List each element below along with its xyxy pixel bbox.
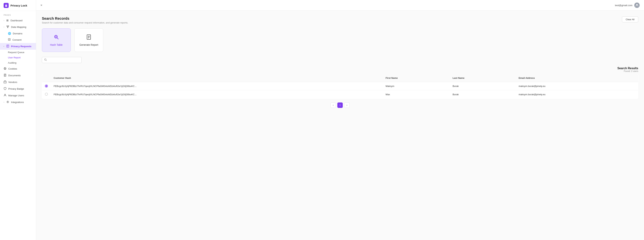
- hash-table-card[interactable]: Hash Table: [42, 28, 71, 52]
- search-icon: [44, 58, 47, 62]
- sidebar-item-manage-users[interactable]: Manage Users: [0, 92, 36, 99]
- app-logo: [4, 3, 9, 8]
- page-header: Search Records Search for customer data …: [42, 17, 638, 24]
- privacy-badge-icon: [4, 87, 6, 91]
- chevron-right-icon: ›: [4, 26, 4, 28]
- row-lastname-0: Burak: [450, 82, 516, 90]
- sidebar-item-consent[interactable]: Consent: [0, 37, 36, 43]
- table-header-select: [42, 74, 51, 82]
- manage-users-icon: [4, 94, 6, 97]
- content-area: Search Records Search for customer data …: [36, 11, 644, 240]
- sidebar-sub-item-request-queue[interactable]: Request Queue: [0, 50, 36, 55]
- sidebar-item-vendors[interactable]: Vendors: [0, 79, 36, 86]
- close-button[interactable]: ×: [40, 4, 42, 7]
- table-header-lastname: Last Name: [450, 74, 516, 82]
- sidebar-item-domains[interactable]: 🌐 Domains: [0, 30, 36, 37]
- user-avatar: [634, 3, 640, 8]
- sidebar-label-cookies: Cookies: [8, 67, 17, 70]
- svg-point-16: [5, 69, 6, 69]
- search-card-icon: [54, 34, 59, 41]
- data-mapping-icon: [6, 25, 9, 29]
- documents-icon: [4, 74, 6, 77]
- radio-button-0[interactable]: [45, 85, 48, 88]
- svg-point-1: [7, 26, 8, 26]
- topbar: × test@gmail.com: [36, 0, 644, 11]
- results-table: Customer Hash First Name Last Name Email…: [42, 74, 638, 99]
- integrations-icon: [6, 101, 9, 104]
- page-title: Search Records: [42, 17, 128, 21]
- search-input-wrapper: [42, 57, 82, 63]
- user-email: test@gmail.com: [615, 4, 632, 7]
- svg-point-28: [55, 36, 57, 37]
- sidebar-sub-item-auditing[interactable]: Auditing: [0, 60, 36, 65]
- sidebar-label-integrations: Integrations: [11, 101, 24, 104]
- generate-report-card[interactable]: Generate Report: [74, 28, 103, 52]
- svg-point-2: [8, 26, 9, 26]
- report-card-icon: [86, 34, 92, 41]
- radio-button-1[interactable]: [45, 93, 48, 96]
- sidebar-label-documents: Documents: [8, 74, 20, 77]
- row-firstname-1: Max: [383, 90, 450, 99]
- results-count: Found: 2 users: [617, 70, 638, 73]
- svg-point-15: [4, 68, 5, 68]
- results-title: Search Results: [617, 67, 638, 70]
- row-firstname-0: Maksym: [383, 82, 450, 90]
- sidebar: Privacy Lock Pages › ⊞ Dashboard › Data …: [0, 0, 36, 240]
- sidebar-label-consent: Consent: [12, 39, 22, 41]
- search-bar-row: [42, 57, 638, 63]
- sidebar-sub-item-user-report[interactable]: User Report: [0, 55, 36, 60]
- cookies-icon: [4, 67, 6, 71]
- generate-report-label: Generate Report: [80, 43, 98, 46]
- svg-point-25: [8, 102, 8, 102]
- sidebar-item-data-mapping[interactable]: › Data Mapping: [0, 24, 36, 30]
- svg-point-3: [8, 27, 8, 28]
- table-row[interactable]: FEBcgc9LKjAjP6DBlz/7hrRU7qeojIXLNCPfaGM3…: [42, 90, 638, 99]
- row-lastname-1: Burak: [450, 90, 516, 99]
- consent-icon: [8, 38, 11, 41]
- results-header: Search Results Found: 2 users: [42, 67, 638, 73]
- sidebar-label-data-mapping: Data Mapping: [11, 26, 26, 28]
- svg-line-35: [46, 60, 47, 61]
- svg-line-9: [9, 39, 10, 40]
- row-email-0: maksym.burak@pinely.eu: [516, 82, 638, 90]
- grid-icon: ⊞: [6, 19, 9, 22]
- sidebar-label-privacy-badge: Privacy Badge: [8, 88, 24, 90]
- svg-rect-0: [5, 5, 7, 7]
- sidebar-label-manage-users: Manage Users: [8, 94, 24, 97]
- sidebar-label-dashboard: Dashboard: [10, 19, 22, 22]
- prev-page-button[interactable]: ‹: [330, 102, 336, 108]
- main-area: × test@gmail.com Search Records Search f…: [36, 0, 644, 240]
- table-header-firstname: First Name: [383, 74, 450, 82]
- sidebar-item-documents[interactable]: Documents: [0, 72, 36, 79]
- sidebar-item-cookies[interactable]: Cookies: [0, 65, 36, 72]
- globe-icon: 🌐: [8, 32, 11, 35]
- table-row[interactable]: FEBcgc9LKjAjP6DBlz/7hrRU7qeojIXLNCPfaGM3…: [42, 82, 638, 90]
- sidebar-item-integrations[interactable]: › Integrations: [0, 99, 36, 106]
- clear-all-button[interactable]: Clear All: [622, 17, 638, 23]
- page-subtitle: Search for customer data and consumer re…: [42, 21, 128, 24]
- sidebar-item-privacy-badge[interactable]: Privacy Badge: [0, 86, 36, 92]
- page-1-button[interactable]: 1: [337, 102, 343, 108]
- sidebar-item-privacy-requests[interactable]: › Privacy Requests: [0, 43, 36, 50]
- sidebar-item-dashboard[interactable]: › ⊞ Dashboard: [0, 17, 36, 24]
- chevron-right-icon: ›: [4, 20, 4, 22]
- chevron-right-icon: ›: [4, 101, 4, 103]
- svg-line-5: [7, 26, 8, 27]
- search-input[interactable]: [48, 59, 79, 62]
- row-hash-0: FEBcgc9LKjAjP6DBlz/7hrRU7qeojIXLNCPfaGM3…: [51, 82, 383, 90]
- results-info: Search Results Found: 2 users: [617, 67, 638, 73]
- row-hash-1: FEBcgc9LKjAjP6DBlz/7hrRU7qeojIXLNCPfaGM3…: [51, 90, 383, 99]
- sidebar-label-privacy-requests: Privacy Requests: [11, 45, 32, 48]
- next-page-button[interactable]: ›: [344, 102, 350, 108]
- chevron-down-icon: ›: [3, 46, 5, 47]
- app-title: Privacy Lock: [10, 4, 27, 7]
- page-heading: Search Records Search for customer data …: [42, 17, 128, 24]
- vendors-icon: [4, 80, 6, 84]
- pagination: ‹ 1 ›: [42, 102, 638, 108]
- row-select-cell-0[interactable]: [42, 82, 51, 90]
- svg-line-6: [8, 26, 8, 27]
- row-email-1: maksym.burak@pinely.eu: [516, 90, 638, 99]
- hash-table-label: Hash Table: [50, 43, 63, 46]
- user-info: test@gmail.com: [615, 3, 640, 8]
- row-select-cell-1[interactable]: [42, 90, 51, 99]
